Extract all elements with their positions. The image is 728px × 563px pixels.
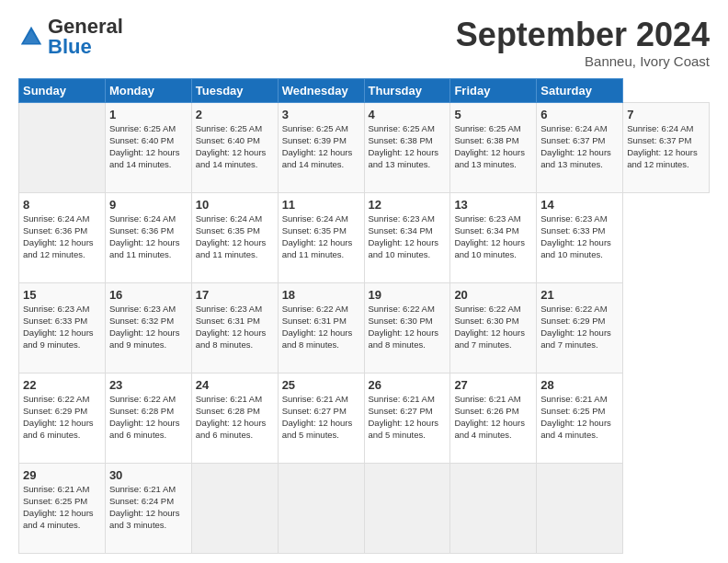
logo-blue: Blue bbox=[48, 37, 123, 57]
week-row-1: 1Sunrise: 6:25 AMSunset: 6:40 PMDaylight… bbox=[19, 102, 710, 192]
col-thursday: Thursday bbox=[364, 78, 450, 102]
sunrise-text: Sunrise: 6:23 AM bbox=[196, 304, 262, 314]
table-row: 1Sunrise: 6:25 AMSunset: 6:40 PMDaylight… bbox=[105, 102, 191, 192]
sunset-text: Sunset: 6:39 PM bbox=[282, 135, 347, 145]
sunrise-text: Sunrise: 6:24 AM bbox=[282, 213, 348, 224]
table-row bbox=[191, 463, 278, 553]
table-row: 13Sunrise: 6:23 AMSunset: 6:34 PMDayligh… bbox=[450, 192, 537, 282]
daylight-text: Daylight: 12 hours and 11 minutes. bbox=[109, 237, 180, 259]
logo-general: General bbox=[48, 17, 123, 37]
daylight-text: Daylight: 12 hours and 12 minutes. bbox=[627, 147, 698, 169]
day-number: 23 bbox=[109, 377, 188, 394]
sunrise-text: Sunrise: 6:21 AM bbox=[540, 394, 607, 404]
daylight-text: Daylight: 12 hours and 14 minutes. bbox=[109, 147, 180, 169]
sunset-text: Sunset: 6:28 PM bbox=[196, 406, 260, 416]
day-number: 5 bbox=[454, 107, 532, 123]
week-row-5: 29Sunrise: 6:21 AMSunset: 6:25 PMDayligh… bbox=[19, 463, 710, 553]
day-number: 10 bbox=[196, 197, 274, 213]
table-row: 7Sunrise: 6:24 AMSunset: 6:37 PMDaylight… bbox=[623, 102, 710, 192]
table-row: 22Sunrise: 6:22 AMSunset: 6:29 PMDayligh… bbox=[19, 373, 106, 463]
table-row: 4Sunrise: 6:25 AMSunset: 6:38 PMDaylight… bbox=[364, 102, 450, 192]
day-number: 25 bbox=[282, 377, 360, 394]
sunset-text: Sunset: 6:27 PM bbox=[369, 406, 433, 416]
sunset-text: Sunset: 6:27 PM bbox=[282, 406, 347, 416]
day-number: 4 bbox=[369, 107, 447, 123]
day-number: 28 bbox=[540, 377, 619, 394]
day-number: 7 bbox=[627, 107, 705, 123]
sunset-text: Sunset: 6:38 PM bbox=[369, 135, 433, 145]
day-number: 22 bbox=[23, 377, 101, 394]
day-number: 30 bbox=[109, 467, 188, 484]
sunset-text: Sunset: 6:38 PM bbox=[454, 135, 518, 145]
sunrise-text: Sunrise: 6:21 AM bbox=[23, 484, 89, 494]
sunrise-text: Sunrise: 6:21 AM bbox=[282, 394, 348, 404]
sunrise-text: Sunrise: 6:22 AM bbox=[109, 394, 176, 404]
table-row: 6Sunrise: 6:24 AMSunset: 6:37 PMDaylight… bbox=[537, 102, 623, 192]
sunset-text: Sunset: 6:28 PM bbox=[109, 406, 174, 416]
month-title: September 2024 bbox=[456, 17, 710, 53]
table-row: 29Sunrise: 6:21 AMSunset: 6:25 PMDayligh… bbox=[19, 463, 106, 553]
week-row-2: 8Sunrise: 6:24 AMSunset: 6:36 PMDaylight… bbox=[19, 192, 710, 282]
table-row bbox=[278, 463, 364, 553]
table-row bbox=[450, 463, 537, 553]
table-row: 8Sunrise: 6:24 AMSunset: 6:36 PMDaylight… bbox=[19, 192, 106, 282]
table-row bbox=[19, 102, 106, 192]
col-tuesday: Tuesday bbox=[191, 78, 278, 102]
title-block: September 2024 Banneu, Ivory Coast bbox=[456, 17, 710, 69]
daylight-text: Daylight: 12 hours and 14 minutes. bbox=[282, 147, 353, 169]
sunrise-text: Sunrise: 6:22 AM bbox=[454, 304, 520, 314]
col-monday: Monday bbox=[105, 78, 191, 102]
table-row: 9Sunrise: 6:24 AMSunset: 6:36 PMDaylight… bbox=[105, 192, 191, 282]
sunrise-text: Sunrise: 6:22 AM bbox=[282, 304, 348, 314]
daylight-text: Daylight: 12 hours and 13 minutes. bbox=[540, 147, 611, 169]
table-row: 3Sunrise: 6:25 AMSunset: 6:39 PMDaylight… bbox=[278, 102, 364, 192]
sunset-text: Sunset: 6:30 PM bbox=[454, 316, 518, 326]
daylight-text: Daylight: 12 hours and 7 minutes. bbox=[540, 327, 611, 350]
daylight-text: Daylight: 12 hours and 4 minutes. bbox=[540, 418, 611, 440]
day-number: 16 bbox=[109, 287, 188, 304]
day-number: 18 bbox=[282, 287, 360, 304]
daylight-text: Daylight: 12 hours and 6 minutes. bbox=[196, 418, 267, 440]
col-wednesday: Wednesday bbox=[278, 78, 364, 102]
daylight-text: Daylight: 12 hours and 8 minutes. bbox=[282, 327, 353, 350]
sunset-text: Sunset: 6:26 PM bbox=[454, 406, 518, 416]
day-number: 14 bbox=[540, 197, 619, 213]
col-saturday: Saturday bbox=[537, 78, 623, 102]
day-number: 20 bbox=[454, 287, 532, 304]
sunset-text: Sunset: 6:40 PM bbox=[196, 135, 260, 145]
daylight-text: Daylight: 12 hours and 8 minutes. bbox=[369, 327, 439, 350]
sunrise-text: Sunrise: 6:24 AM bbox=[540, 123, 607, 133]
col-friday: Friday bbox=[450, 78, 537, 102]
daylight-text: Daylight: 12 hours and 3 minutes. bbox=[109, 508, 180, 530]
sunrise-text: Sunrise: 6:23 AM bbox=[454, 213, 520, 224]
table-row: 27Sunrise: 6:21 AMSunset: 6:26 PMDayligh… bbox=[450, 373, 537, 463]
sunrise-text: Sunrise: 6:24 AM bbox=[109, 213, 176, 224]
day-number: 1 bbox=[109, 107, 188, 123]
sunset-text: Sunset: 6:29 PM bbox=[23, 406, 87, 416]
sunrise-text: Sunrise: 6:24 AM bbox=[23, 213, 89, 224]
sunrise-text: Sunrise: 6:23 AM bbox=[369, 213, 435, 224]
sunset-text: Sunset: 6:25 PM bbox=[23, 496, 87, 506]
sunrise-text: Sunrise: 6:25 AM bbox=[196, 123, 262, 133]
day-number: 24 bbox=[196, 377, 274, 394]
sunset-text: Sunset: 6:33 PM bbox=[23, 316, 87, 326]
sunrise-text: Sunrise: 6:24 AM bbox=[627, 123, 693, 133]
day-number: 15 bbox=[23, 287, 101, 304]
table-row: 17Sunrise: 6:23 AMSunset: 6:31 PMDayligh… bbox=[191, 282, 278, 373]
calendar: Sunday Monday Tuesday Wednesday Thursday… bbox=[18, 78, 710, 554]
sunrise-text: Sunrise: 6:25 AM bbox=[454, 123, 520, 133]
logo: General Blue bbox=[18, 17, 123, 57]
page: General Blue September 2024 Banneu, Ivor… bbox=[0, 0, 728, 563]
table-row bbox=[537, 463, 623, 553]
daylight-text: Daylight: 12 hours and 4 minutes. bbox=[23, 508, 94, 530]
sunrise-text: Sunrise: 6:24 AM bbox=[196, 213, 262, 224]
day-number: 27 bbox=[454, 377, 532, 394]
sunset-text: Sunset: 6:31 PM bbox=[282, 316, 347, 326]
table-row bbox=[364, 463, 450, 553]
table-row: 11Sunrise: 6:24 AMSunset: 6:35 PMDayligh… bbox=[278, 192, 364, 282]
table-row: 26Sunrise: 6:21 AMSunset: 6:27 PMDayligh… bbox=[364, 373, 450, 463]
day-number: 26 bbox=[369, 377, 447, 394]
sunset-text: Sunset: 6:37 PM bbox=[627, 135, 691, 145]
table-row: 2Sunrise: 6:25 AMSunset: 6:40 PMDaylight… bbox=[191, 102, 278, 192]
sunset-text: Sunset: 6:32 PM bbox=[109, 316, 174, 326]
